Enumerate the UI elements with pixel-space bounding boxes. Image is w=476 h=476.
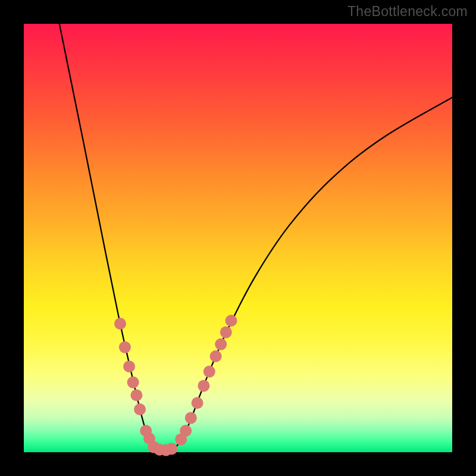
data-dot	[180, 425, 192, 437]
chart-frame: TheBottleneck.com	[0, 0, 476, 476]
data-dot	[220, 326, 232, 338]
data-dot	[130, 389, 142, 401]
data-dot	[215, 339, 227, 350]
bottleneck-curve	[24, 24, 452, 452]
plot-area	[24, 24, 452, 452]
data-dot	[119, 342, 131, 353]
data-dot	[165, 443, 177, 455]
data-dot	[123, 361, 135, 372]
data-dot	[114, 318, 126, 330]
curve-path	[60, 24, 452, 451]
data-dot	[127, 377, 139, 389]
data-dot	[226, 315, 237, 327]
data-dot	[210, 350, 222, 362]
data-dot	[198, 380, 209, 392]
data-dot	[185, 412, 197, 424]
data-dot	[203, 366, 215, 378]
data-dot	[134, 403, 146, 415]
data-dot	[192, 397, 203, 409]
watermark-label: TheBottleneck.com	[347, 4, 468, 20]
